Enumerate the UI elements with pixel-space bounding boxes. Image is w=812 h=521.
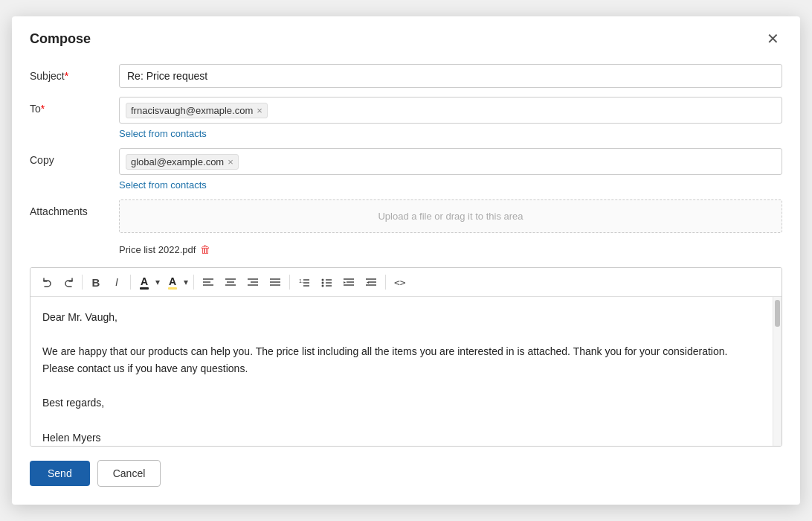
- copy-control: global@example.com × Select from contact…: [119, 148, 782, 191]
- editor-scrollbar[interactable]: [773, 297, 782, 446]
- subject-row: Subject*: [30, 64, 782, 88]
- editor-toolbar: B I A ▾ A: [30, 268, 782, 297]
- redo-button[interactable]: [59, 274, 78, 290]
- highlight-color-group: A ▾: [163, 272, 190, 292]
- delete-attachment-icon[interactable]: 🗑: [200, 243, 210, 255]
- attachments-label: Attachments: [30, 199, 119, 217]
- to-select-contacts-link[interactable]: Select from contacts: [119, 128, 782, 139]
- sep-2: [130, 275, 131, 290]
- modal-header: Compose ✕: [12, 16, 800, 58]
- code-button[interactable]: <>: [390, 274, 410, 291]
- footer-buttons: Send Cancel: [12, 447, 800, 487]
- copy-tags-input[interactable]: global@example.com ×: [119, 148, 782, 175]
- highlight-dropdown[interactable]: ▾: [182, 275, 190, 290]
- font-color-button[interactable]: A: [135, 272, 154, 292]
- align-right-button[interactable]: [242, 274, 263, 290]
- attachment-file-item: Price list 2022.pdf 🗑: [119, 240, 782, 258]
- copy-tag-0: global@example.com ×: [126, 154, 239, 170]
- attachments-row: Attachments Upload a file or drag it to …: [30, 199, 782, 258]
- copy-tag-email-0: global@example.com: [131, 156, 224, 167]
- indent-less-button[interactable]: [361, 274, 381, 290]
- subject-input[interactable]: [119, 64, 782, 88]
- copy-select-contacts-link[interactable]: Select from contacts: [119, 179, 782, 191]
- svg-point-16: [322, 279, 324, 281]
- copy-row: Copy global@example.com × Select from co…: [30, 148, 782, 191]
- attachments-control: Upload a file or drag it to this area Pr…: [119, 199, 782, 258]
- font-color-group: A ▾: [135, 272, 161, 292]
- ordered-list-button[interactable]: 1.: [294, 274, 315, 290]
- font-color-dropdown[interactable]: ▾: [154, 275, 161, 290]
- sep-4: [289, 275, 290, 290]
- editor-section: B I A ▾ A: [30, 267, 782, 447]
- sep-1: [82, 275, 83, 290]
- align-center-button[interactable]: [220, 274, 241, 290]
- svg-text:1.: 1.: [299, 278, 303, 284]
- indent-more-button[interactable]: [338, 274, 359, 290]
- editor-scrollbar-thumb[interactable]: [775, 300, 780, 327]
- copy-label: Copy: [30, 148, 119, 166]
- svg-point-18: [322, 285, 324, 287]
- upload-area[interactable]: Upload a file or drag it to this area: [119, 199, 782, 233]
- to-tag-0: frnacisvaugh@exmaple.com ×: [126, 103, 268, 118]
- send-button[interactable]: Send: [30, 461, 90, 486]
- compose-modal: Compose ✕ Subject* To* frnacisvaugh@exma…: [12, 16, 800, 505]
- upload-placeholder: Upload a file or drag it to this area: [378, 211, 523, 222]
- sep-5: [385, 275, 386, 290]
- attachment-filename: Price list 2022.pdf: [119, 244, 196, 255]
- justify-button[interactable]: [265, 274, 286, 290]
- to-tag-email-0: frnacisvaugh@exmaple.com: [131, 105, 253, 116]
- form-body: Subject* To* frnacisvaugh@exmaple.com × …: [12, 58, 800, 258]
- italic-button[interactable]: I: [107, 273, 126, 291]
- sep-3: [193, 275, 194, 290]
- to-control: frnacisvaugh@exmaple.com × Select from c…: [119, 97, 782, 139]
- to-row: To* frnacisvaugh@exmaple.com × Select fr…: [30, 97, 782, 139]
- undo-button[interactable]: [38, 274, 57, 290]
- subject-control: [119, 64, 782, 88]
- highlight-button[interactable]: A: [163, 272, 182, 292]
- copy-tag-remove-0[interactable]: ×: [228, 157, 233, 167]
- editor-outer: Dear Mr. Vaugh, We are happy that our pr…: [30, 297, 782, 446]
- bold-button[interactable]: B: [86, 273, 106, 292]
- align-left-button[interactable]: [198, 274, 219, 290]
- subject-label: Subject*: [30, 64, 119, 82]
- to-tags-input[interactable]: frnacisvaugh@exmaple.com ×: [119, 97, 782, 124]
- cancel-button[interactable]: Cancel: [97, 460, 161, 487]
- to-label: To*: [30, 97, 119, 115]
- bullet-list-button[interactable]: [316, 274, 337, 290]
- svg-point-17: [322, 282, 324, 284]
- close-button[interactable]: ✕: [764, 30, 782, 48]
- to-tag-remove-0[interactable]: ×: [257, 106, 262, 115]
- editor-body[interactable]: Dear Mr. Vaugh, We are happy that our pr…: [30, 297, 773, 446]
- modal-title: Compose: [30, 31, 91, 47]
